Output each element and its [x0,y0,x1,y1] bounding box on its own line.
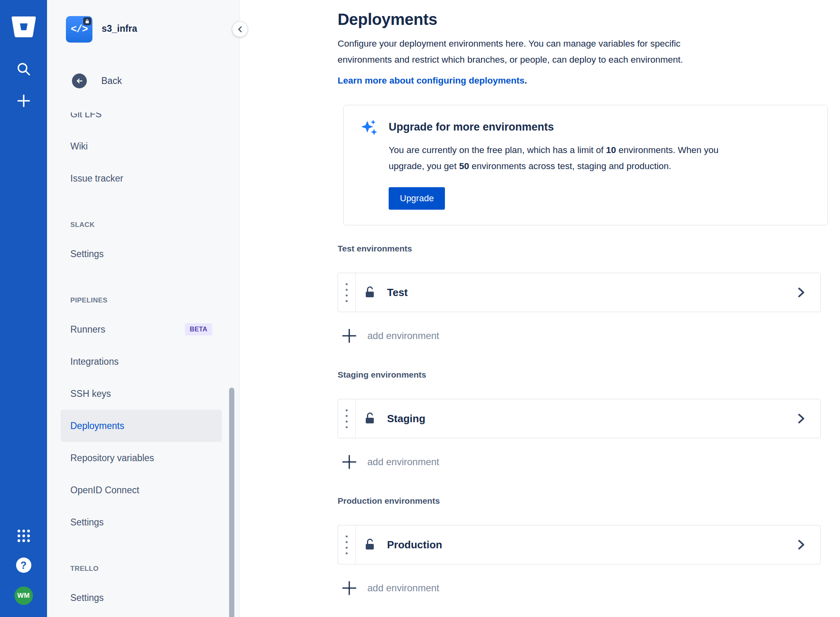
sidebar-section-pipelines: PIPELINES [61,294,222,307]
chevron-right-icon [796,286,806,298]
sidebar-item-label: OpenID Connect [70,485,139,496]
private-lock-icon [83,17,91,25]
environment-row-test[interactable]: Test [338,273,821,312]
drag-handle-icon[interactable] [338,399,356,438]
sidebar-item-integrations[interactable]: Integrations [61,345,222,378]
sidebar-item-slack-settings[interactable]: Settings [61,238,222,270]
learn-more-link[interactable]: Learn more about configuring deployments [338,76,524,86]
sidebar-item-label: Wiki [70,141,88,152]
plus-icon [338,576,361,600]
add-environment-button-staging[interactable]: add environment [338,450,439,474]
back-button[interactable]: Back [72,74,122,88]
sidebar-item-repository-variables[interactable]: Repository variables [61,442,222,474]
add-environment-label: add environment [367,582,439,594]
env-section-label-test: Test environments [338,244,829,253]
chevron-left-icon [237,26,243,33]
upgrade-card-body: You are currently on the free plan, whic… [389,142,750,174]
help-icon[interactable]: ? [16,558,31,573]
learn-more-line: Learn more about configuring deployments… [338,73,829,89]
environment-row-production[interactable]: Production [338,525,821,564]
sidebar-nav: Git LFS Wiki Issue tracker SLACK Setting… [61,98,222,614]
environment-name: Test [387,286,408,299]
back-label: Back [101,76,122,86]
apps-grid-icon[interactable] [16,529,31,543]
learn-more-suffix: . [524,76,527,86]
sparkle-icon [360,118,378,137]
environment-name: Production [387,539,442,551]
sidebar-item-label: Settings [70,249,104,259]
drag-handle-icon[interactable] [338,525,356,564]
sidebar-section-slack: SLACK [61,219,222,231]
sidebar-item-label: Settings [70,517,104,528]
sidebar-item-issue-tracker[interactable]: Issue tracker [61,162,222,194]
add-environment-button-test[interactable]: add environment [338,324,439,347]
create-plus-icon[interactable] [16,93,31,108]
environment-row-staging[interactable]: Staging [338,399,821,438]
free-plan-limit: 10 [606,145,616,155]
user-avatar[interactable]: WM [14,586,33,605]
sidebar-item-label: Repository variables [70,453,154,464]
upgrade-button[interactable]: Upgrade [389,187,445,210]
sidebar-item-label: Integrations [70,356,119,367]
sidebar-item-pipelines-settings[interactable]: Settings [61,506,222,538]
add-environment-button-production[interactable]: add environment [338,576,439,600]
sidebar-item-label: SSH keys [70,388,111,399]
plus-icon [338,324,361,347]
repo-name: s3_infra [102,23,137,34]
environment-name: Staging [387,413,425,425]
sidebar-item-deployments[interactable]: Deployments [61,410,222,442]
upgrade-body-text: You are currently on the free plan, whic… [389,145,606,155]
chevron-right-icon [796,539,806,551]
page-title: Deployments [338,10,829,29]
sidebar-item-label: Settings [70,592,104,603]
env-section-label-staging: Staging environments [338,370,829,380]
repo-avatar: </> [66,16,92,43]
plus-icon [338,450,361,474]
back-arrow-icon [72,74,87,88]
unlocked-padlock-icon [363,537,377,552]
env-section-label-production: Production environments [338,496,829,506]
unlocked-padlock-icon [363,411,377,426]
question-mark-icon: ? [16,558,31,573]
search-icon[interactable] [16,61,32,77]
drag-handle-icon[interactable] [338,273,356,312]
upgrade-body-text: environments across test, staging and pr… [469,161,671,171]
add-environment-label: add environment [367,330,439,341]
sidebar-section-trello: TRELLO [61,562,222,575]
sidebar-item-wiki[interactable]: Wiki [61,130,222,162]
repo-sidebar: Git LFS Wiki Issue tracker SLACK Setting… [47,0,240,617]
unlocked-padlock-icon [363,285,377,300]
chevron-right-icon [796,413,806,425]
sidebar-item-ssh-keys[interactable]: SSH keys [61,378,222,410]
sidebar-collapse-button[interactable] [232,22,248,37]
upgrade-card-title: Upgrade for more environments [389,120,750,133]
sidebar-item-label: Issue tracker [70,173,123,184]
sidebar-item-label: Runners [70,324,105,335]
paid-plan-limit: 50 [459,161,469,171]
add-environment-label: add environment [367,456,439,468]
sidebar-scrollbar[interactable] [229,388,234,617]
sidebar-item-openid-connect[interactable]: OpenID Connect [61,474,222,506]
bitbucket-logo[interactable] [11,15,37,39]
upgrade-card: Upgrade for more environments You are cu… [343,105,828,225]
sidebar-item-trello-settings[interactable]: Settings [61,582,222,614]
beta-badge: BETA [185,323,212,335]
sidebar-header: </> s3_infra Back [47,0,240,112]
page-description: Configure your deployment environments h… [338,36,731,68]
rail-bottom: ? WM [14,529,33,605]
main-content: Deployments Configure your deployment en… [240,0,840,617]
sidebar-item-label: Deployments [70,421,124,431]
app-rail: ? WM [0,0,47,617]
sidebar-item-runners[interactable]: Runners BETA [61,313,222,345]
